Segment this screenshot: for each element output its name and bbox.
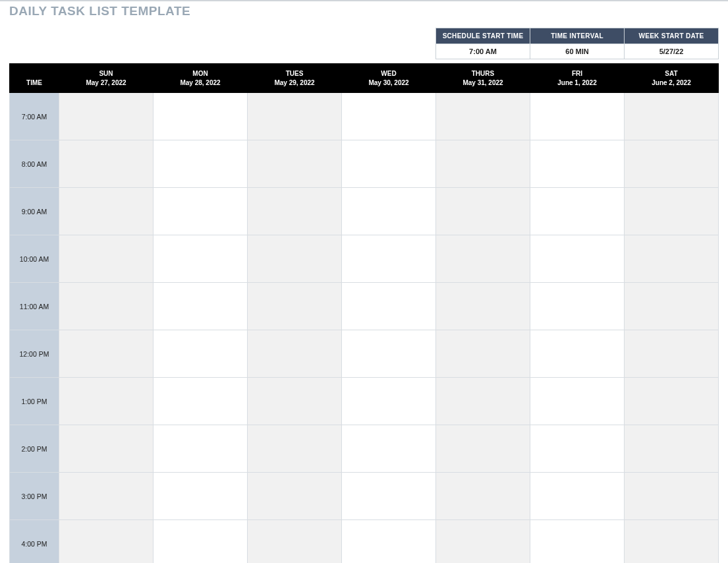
task-cell[interactable] bbox=[59, 188, 154, 235]
task-cell[interactable] bbox=[59, 330, 154, 378]
task-cell[interactable] bbox=[625, 93, 719, 140]
task-cell[interactable] bbox=[59, 425, 154, 473]
day-header-sat: SAT June 2, 2022 bbox=[625, 64, 719, 93]
task-cell[interactable] bbox=[530, 235, 625, 283]
task-cell[interactable] bbox=[59, 140, 154, 188]
task-cell[interactable] bbox=[625, 425, 719, 473]
task-cell[interactable] bbox=[342, 330, 436, 378]
task-cell[interactable] bbox=[248, 283, 342, 330]
day-name: MON bbox=[156, 69, 244, 78]
day-header-thurs: THURS May 31, 2022 bbox=[436, 64, 530, 93]
task-cell[interactable] bbox=[342, 140, 436, 188]
task-cell[interactable] bbox=[154, 283, 248, 330]
time-cell: 3:00 PM bbox=[10, 473, 59, 520]
task-cell[interactable] bbox=[59, 283, 154, 330]
task-cell[interactable] bbox=[625, 235, 719, 283]
task-cell[interactable] bbox=[154, 188, 248, 235]
time-cell: 9:00 AM bbox=[10, 188, 59, 235]
schedule-row: 7:00 AM bbox=[10, 93, 719, 140]
task-cell[interactable] bbox=[625, 473, 719, 520]
settings-table: SCHEDULE START TIME TIME INTERVAL WEEK S… bbox=[435, 28, 719, 59]
task-cell[interactable] bbox=[248, 93, 342, 140]
task-cell[interactable] bbox=[625, 520, 719, 564]
task-cell[interactable] bbox=[530, 378, 625, 425]
task-cell[interactable] bbox=[248, 520, 342, 564]
schedule-row: 8:00 AM bbox=[10, 140, 719, 188]
settings-value-start-time[interactable]: 7:00 AM bbox=[436, 44, 530, 59]
task-cell[interactable] bbox=[436, 140, 530, 188]
task-cell[interactable] bbox=[154, 378, 248, 425]
task-cell[interactable] bbox=[342, 378, 436, 425]
task-cell[interactable] bbox=[342, 93, 436, 140]
day-name: WED bbox=[345, 69, 433, 78]
task-cell[interactable] bbox=[530, 188, 625, 235]
task-cell[interactable] bbox=[248, 140, 342, 188]
day-header-mon: MON May 28, 2022 bbox=[154, 64, 248, 93]
time-cell: 10:00 AM bbox=[10, 235, 59, 283]
task-cell[interactable] bbox=[154, 425, 248, 473]
task-cell[interactable] bbox=[436, 520, 530, 564]
task-cell[interactable] bbox=[154, 520, 248, 564]
settings-value-interval[interactable]: 60 MIN bbox=[530, 44, 625, 59]
task-cell[interactable] bbox=[59, 520, 154, 564]
task-cell[interactable] bbox=[530, 93, 625, 140]
schedule-row: 4:00 PM bbox=[10, 520, 719, 564]
schedule-row: 12:00 PM bbox=[10, 330, 719, 378]
task-cell[interactable] bbox=[154, 473, 248, 520]
day-date: May 28, 2022 bbox=[156, 78, 244, 88]
task-cell[interactable] bbox=[248, 235, 342, 283]
task-cell[interactable] bbox=[248, 330, 342, 378]
day-date: June 2, 2022 bbox=[627, 78, 715, 88]
task-cell[interactable] bbox=[154, 140, 248, 188]
task-cell[interactable] bbox=[530, 283, 625, 330]
task-cell[interactable] bbox=[625, 188, 719, 235]
task-cell[interactable] bbox=[530, 140, 625, 188]
task-cell[interactable] bbox=[59, 93, 154, 140]
task-cell[interactable] bbox=[342, 188, 436, 235]
task-cell[interactable] bbox=[342, 283, 436, 330]
schedule-table: TIME SUN May 27, 2022 MON May 28, 2022 T… bbox=[9, 63, 719, 563]
day-header-fri: FRI June 1, 2022 bbox=[530, 64, 625, 93]
task-cell[interactable] bbox=[59, 235, 154, 283]
page-title: DAILY TASK LIST TEMPLATE bbox=[0, 1, 728, 18]
task-cell[interactable] bbox=[59, 473, 154, 520]
task-cell[interactable] bbox=[436, 93, 530, 140]
day-header-tues: TUES May 29, 2022 bbox=[248, 64, 342, 93]
task-cell[interactable] bbox=[436, 425, 530, 473]
task-cell[interactable] bbox=[625, 283, 719, 330]
task-cell[interactable] bbox=[436, 330, 530, 378]
task-cell[interactable] bbox=[248, 378, 342, 425]
task-cell[interactable] bbox=[436, 235, 530, 283]
task-cell[interactable] bbox=[154, 330, 248, 378]
day-name: TUES bbox=[250, 69, 339, 78]
time-column-header: TIME bbox=[10, 64, 59, 93]
task-cell[interactable] bbox=[530, 330, 625, 378]
day-date: June 1, 2022 bbox=[533, 78, 621, 88]
task-cell[interactable] bbox=[436, 473, 530, 520]
schedule-row: 1:00 PM bbox=[10, 378, 719, 425]
task-cell[interactable] bbox=[436, 283, 530, 330]
task-cell[interactable] bbox=[436, 188, 530, 235]
schedule-row: 3:00 PM bbox=[10, 473, 719, 520]
task-cell[interactable] bbox=[530, 473, 625, 520]
time-cell: 7:00 AM bbox=[10, 93, 59, 140]
task-cell[interactable] bbox=[248, 425, 342, 473]
task-cell[interactable] bbox=[436, 378, 530, 425]
task-cell[interactable] bbox=[342, 425, 436, 473]
task-cell[interactable] bbox=[248, 188, 342, 235]
day-header-wed: WED May 30, 2022 bbox=[342, 64, 436, 93]
task-cell[interactable] bbox=[625, 140, 719, 188]
task-cell[interactable] bbox=[530, 520, 625, 564]
task-cell[interactable] bbox=[530, 425, 625, 473]
task-cell[interactable] bbox=[59, 378, 154, 425]
task-cell[interactable] bbox=[154, 235, 248, 283]
day-header-sun: SUN May 27, 2022 bbox=[59, 64, 154, 93]
task-cell[interactable] bbox=[248, 473, 342, 520]
task-cell[interactable] bbox=[154, 93, 248, 140]
task-cell[interactable] bbox=[342, 520, 436, 564]
task-cell[interactable] bbox=[342, 473, 436, 520]
task-cell[interactable] bbox=[342, 235, 436, 283]
task-cell[interactable] bbox=[625, 378, 719, 425]
settings-value-week-start[interactable]: 5/27/22 bbox=[625, 44, 719, 59]
task-cell[interactable] bbox=[625, 330, 719, 378]
